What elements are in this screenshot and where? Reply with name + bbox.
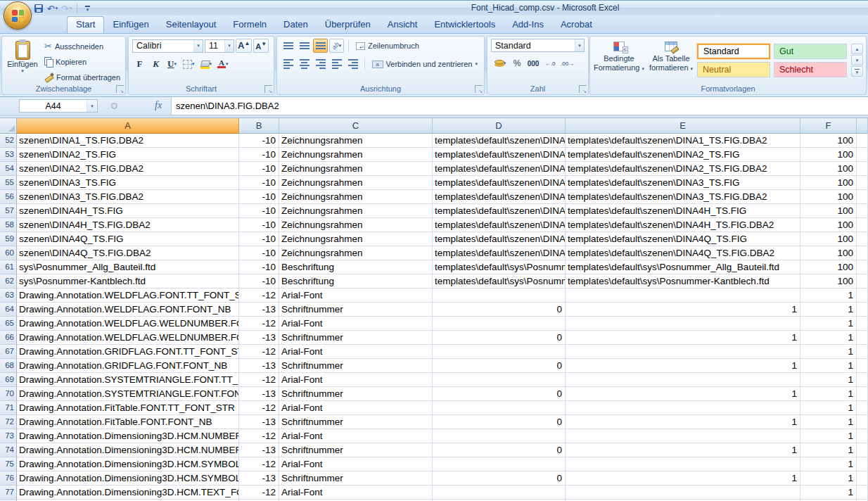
cell[interactable]: templates\default\szenen\DINA2_TS.FIG.DB… bbox=[433, 162, 566, 176]
row-header-59[interactable]: 59 bbox=[0, 232, 17, 246]
insert-function-button[interactable]: fx bbox=[155, 100, 162, 111]
cell[interactable] bbox=[857, 345, 868, 359]
cell[interactable]: -10 bbox=[239, 246, 279, 260]
cell[interactable]: sys\Posnummer_Allg_Bauteil.ftd bbox=[17, 260, 239, 274]
cell[interactable] bbox=[433, 457, 566, 471]
tab-acrobat[interactable]: Acrobat bbox=[552, 16, 601, 33]
cell[interactable] bbox=[566, 486, 800, 500]
cell[interactable]: szenen\DINA2_TS.FIG bbox=[17, 148, 239, 162]
cell[interactable]: Zeichnungsrahmen bbox=[279, 190, 433, 204]
cell[interactable] bbox=[433, 486, 566, 500]
cell[interactable]: Drawing.Annotation.SYSTEMTRIANGLE.FONT.T… bbox=[17, 373, 239, 387]
cell[interactable] bbox=[857, 232, 868, 246]
tab-start[interactable]: Start bbox=[67, 16, 104, 33]
row-header-68[interactable]: 68 bbox=[0, 359, 17, 373]
cell[interactable]: 0 bbox=[433, 443, 566, 457]
cell[interactable]: Drawing.Annotation.GRIDFLAG.FONT.TT_FONT… bbox=[17, 345, 239, 359]
cell[interactable]: 0 bbox=[433, 471, 566, 486]
cell[interactable]: 1 bbox=[800, 415, 857, 429]
font-family-combo[interactable]: Calibri ▾ bbox=[132, 39, 203, 53]
cell[interactable]: 100 bbox=[800, 260, 857, 274]
cell[interactable]: 100 bbox=[800, 232, 857, 246]
cell[interactable]: Zeichnungsrahmen bbox=[279, 134, 433, 148]
tab-seitenlayout[interactable]: Seitenlayout bbox=[158, 16, 225, 33]
italic-button[interactable]: K bbox=[148, 57, 163, 71]
copy-button[interactable]: Kopieren bbox=[42, 55, 123, 68]
cell[interactable]: templates\default\szenen\DINA4Q_TS.FIG bbox=[566, 232, 800, 246]
cell[interactable]: templates\default\szenen\DINA2_TS.FIG bbox=[433, 148, 566, 162]
cell[interactable] bbox=[857, 134, 868, 148]
align-bottom-button[interactable] bbox=[313, 39, 328, 53]
cell[interactable]: Drawing.Annotation.Dimensioning3D.HCM.NU… bbox=[17, 443, 239, 457]
cell[interactable]: -13 bbox=[239, 303, 279, 317]
cell[interactable] bbox=[857, 288, 868, 303]
cell[interactable]: Drawing.Annotation.FitTable.FONT.FONT_NB bbox=[17, 415, 239, 429]
tab-add-ins[interactable]: Add-Ins bbox=[504, 16, 552, 33]
row-header-63[interactable]: 63 bbox=[0, 288, 17, 303]
cell[interactable]: 100 bbox=[800, 246, 857, 260]
select-all-corner[interactable] bbox=[0, 118, 17, 134]
cell[interactable] bbox=[566, 401, 800, 415]
style-standard[interactable]: Standard bbox=[697, 44, 770, 59]
cell[interactable]: 1 bbox=[566, 387, 800, 401]
cell[interactable]: -13 bbox=[239, 415, 279, 429]
cell[interactable]: Arial-Font bbox=[279, 429, 433, 443]
cell[interactable]: -10 bbox=[239, 162, 279, 176]
cell[interactable]: Arial-Font bbox=[279, 486, 433, 500]
cell[interactable]: -12 bbox=[239, 401, 279, 415]
tab-einfügen[interactable]: Einfügen bbox=[104, 16, 157, 33]
cell[interactable]: 1 bbox=[800, 345, 857, 359]
column-header-f[interactable]: F bbox=[800, 118, 857, 134]
cell[interactable]: Arial-Font bbox=[279, 373, 433, 387]
underline-button[interactable]: U▾ bbox=[165, 57, 179, 71]
tab-daten[interactable]: Daten bbox=[275, 16, 317, 33]
row-header-62[interactable]: 62 bbox=[0, 274, 17, 288]
undo-button[interactable]: ↶▾ bbox=[46, 3, 58, 15]
cell[interactable]: Schriftnummer bbox=[279, 331, 433, 345]
align-middle-button[interactable] bbox=[297, 39, 312, 53]
cell[interactable]: 1 bbox=[566, 471, 800, 486]
accounting-format-button[interactable]: ▾ bbox=[491, 56, 509, 70]
gallery-scroll-down-button[interactable]: ▼ bbox=[851, 55, 863, 65]
cell[interactable]: templates\default\szenen\DINA1_TS.FIG.DB… bbox=[566, 134, 800, 148]
style-gut[interactable]: Gut bbox=[774, 44, 847, 59]
font-size-combo[interactable]: 11 ▾ bbox=[205, 39, 234, 53]
cell[interactable] bbox=[857, 331, 868, 345]
cell[interactable]: -12 bbox=[239, 345, 279, 359]
cell[interactable]: Zeichnungsrahmen bbox=[279, 148, 433, 162]
cell[interactable]: 100 bbox=[800, 190, 857, 204]
cell[interactable]: Drawing.Annotation.GRIDFLAG.FONT.FONT_NB bbox=[17, 359, 239, 373]
cell[interactable]: templates\default\sys\Posnummer_Allg_Bau… bbox=[433, 260, 566, 274]
cell[interactable] bbox=[566, 288, 800, 303]
row-header-75[interactable]: 75 bbox=[0, 457, 17, 471]
customize-quick-access-button[interactable]: ▾ bbox=[82, 3, 94, 15]
tab-formeln[interactable]: Formeln bbox=[224, 16, 275, 33]
cell[interactable]: 100 bbox=[800, 204, 857, 218]
tab-entwicklertools[interactable]: Entwicklertools bbox=[426, 16, 504, 33]
cell[interactable]: 100 bbox=[800, 218, 857, 232]
row-header-73[interactable]: 73 bbox=[0, 429, 17, 443]
cell[interactable] bbox=[857, 148, 868, 162]
cell[interactable]: -10 bbox=[239, 134, 279, 148]
cell[interactable] bbox=[857, 218, 868, 232]
cell[interactable]: -13 bbox=[239, 331, 279, 345]
cell[interactable] bbox=[857, 401, 868, 415]
cell[interactable] bbox=[857, 274, 868, 288]
cell[interactable]: 0 bbox=[433, 303, 566, 317]
cell[interactable]: Zeichnungsrahmen bbox=[279, 246, 433, 260]
cell[interactable]: 1 bbox=[800, 331, 857, 345]
cell[interactable] bbox=[857, 471, 868, 486]
cell[interactable]: -10 bbox=[239, 232, 279, 246]
cell[interactable]: templates\default\szenen\DINA3_TS.FIG bbox=[566, 176, 800, 190]
cell[interactable]: templates\default\sys\Posnummer-Kantblec… bbox=[433, 274, 566, 288]
cell[interactable] bbox=[566, 317, 800, 331]
cell[interactable] bbox=[433, 345, 566, 359]
cell[interactable] bbox=[857, 443, 868, 457]
cell[interactable]: Schriftnummer bbox=[279, 303, 433, 317]
cell[interactable]: Schriftnummer bbox=[279, 443, 433, 457]
cell[interactable]: Arial-Font bbox=[279, 345, 433, 359]
cell[interactable] bbox=[857, 457, 868, 471]
cell[interactable]: templates\default\szenen\DINA4Q_TS.FIG bbox=[433, 232, 566, 246]
row-header-57[interactable]: 57 bbox=[0, 204, 17, 218]
gallery-more-button[interactable]: ▼ bbox=[851, 66, 863, 77]
